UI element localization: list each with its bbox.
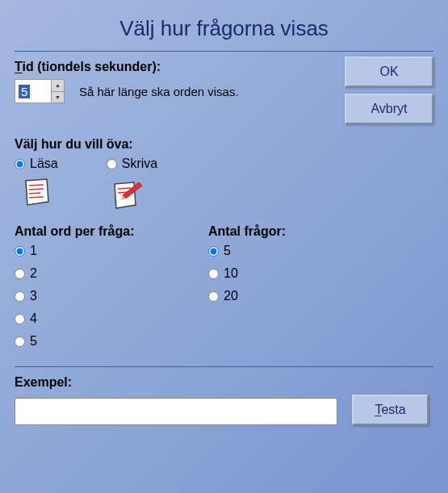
radio-write[interactable]: Skriva <box>107 157 157 171</box>
wpq-option-4[interactable]: 4 <box>15 311 176 326</box>
svg-line-2 <box>29 189 44 190</box>
svg-line-4 <box>29 197 44 198</box>
wpq-option-3[interactable]: 3 <box>15 289 176 303</box>
time-value[interactable]: 5 <box>15 80 51 102</box>
svg-line-3 <box>29 193 40 194</box>
nq-option-10[interactable]: 10 <box>208 266 370 281</box>
spinner-up-icon[interactable]: ▲ <box>52 80 64 92</box>
read-icon <box>21 178 53 210</box>
radio-read-input[interactable] <box>15 159 25 169</box>
radio-write-input[interactable] <box>107 159 117 169</box>
words-per-q-label: Antal ord per fråga: <box>15 224 176 239</box>
cancel-button[interactable]: Avbryt <box>345 94 433 124</box>
practice-label: Välj hur du vill öva: <box>15 137 433 152</box>
wpq-option-1[interactable]: 1 <box>15 244 176 258</box>
svg-marker-0 <box>26 179 48 205</box>
svg-line-1 <box>29 185 44 186</box>
separator-bottom <box>15 366 433 367</box>
num-questions-group: 5 10 20 <box>208 244 370 303</box>
nq-option-20[interactable]: 20 <box>208 289 370 303</box>
ok-button[interactable]: OK <box>345 56 433 87</box>
wpq-option-5[interactable]: 5 <box>15 334 176 349</box>
write-icon <box>110 178 142 210</box>
separator-top <box>15 51 433 52</box>
radio-write-label: Skriva <box>122 157 157 171</box>
radio-read-label: Läsa <box>30 157 58 171</box>
svg-line-6 <box>118 188 131 189</box>
num-questions-label: Antal frågor: <box>208 224 370 239</box>
radio-read[interactable]: Läsa <box>15 157 58 171</box>
spinner-down-icon[interactable]: ▼ <box>52 92 64 103</box>
dialog-title: Välj hur frågorna visas <box>15 16 433 41</box>
time-hint: Så här länge ska orden visas. <box>79 85 239 98</box>
time-spinner[interactable]: 5 ▲ ▼ <box>15 79 65 103</box>
example-label: Exempel: <box>15 375 433 390</box>
test-button[interactable]: Testa <box>352 395 429 425</box>
example-input[interactable] <box>15 398 337 425</box>
wpq-option-2[interactable]: 2 <box>15 266 176 281</box>
time-label: Tid (tiondels sekunder): <box>15 60 335 74</box>
nq-option-5[interactable]: 5 <box>208 244 370 258</box>
words-per-q-group: 1 2 3 4 5 <box>15 244 176 349</box>
